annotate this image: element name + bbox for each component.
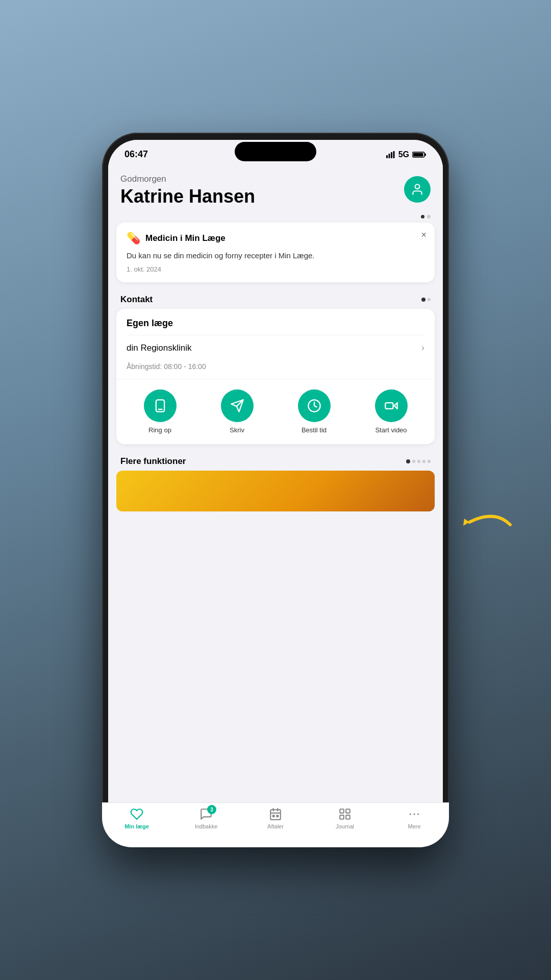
nav-item-aftaler[interactable]: Aftaler (258, 807, 293, 829)
nav-item-journal[interactable]: Journal (327, 807, 363, 829)
svg-point-7 (415, 184, 420, 189)
nav-item-indbakke[interactable]: 3 Indbakke (188, 807, 224, 829)
banner-icon: 💊 (127, 232, 140, 245)
phone-frame: 06:47 5G (102, 133, 449, 847)
preview-strip (116, 471, 435, 511)
nav-icon-aftaler (268, 807, 283, 821)
content-area: Godmorgen Katrine Hansen (108, 164, 443, 840)
battery-icon (412, 151, 427, 158)
contact-hours: Åbningstid: 08:00 - 16:00 (116, 360, 435, 379)
svg-rect-16 (273, 815, 274, 817)
svg-point-23 (413, 813, 415, 815)
more-dot-2 (412, 460, 415, 463)
more-section-header: Flere funktioner (108, 452, 443, 471)
ring-op-label: Ring op (148, 426, 171, 434)
video-circle (375, 389, 408, 422)
dot-2 (427, 215, 431, 218)
nav-label-indbakke: Indbakke (195, 823, 218, 829)
avatar-button[interactable] (404, 176, 431, 203)
heart-icon (130, 807, 143, 821)
action-buttons-row: Ring op Skriv (116, 379, 435, 444)
carousel-dots (108, 213, 443, 223)
bestil-tid-button[interactable]: Bestil tid (298, 389, 331, 434)
message-icon (230, 399, 244, 413)
skriv-circle (221, 389, 254, 422)
chevron-right-icon: › (421, 342, 424, 353)
dots-icon (408, 807, 421, 821)
svg-rect-20 (340, 815, 344, 819)
svg-rect-12 (270, 810, 281, 820)
more-dot-5 (428, 460, 431, 463)
nav-icon-journal (338, 807, 352, 821)
contact-dot-2 (428, 298, 431, 301)
svg-rect-17 (277, 815, 278, 817)
header: Godmorgen Katrine Hansen (108, 164, 443, 213)
more-section-dots (406, 459, 431, 463)
svg-rect-21 (346, 815, 350, 819)
bottom-nav: Min læge 3 Indbakke (108, 802, 443, 840)
more-dot-3 (417, 460, 420, 463)
contact-clinic-row[interactable]: din Regionsklinik › (116, 335, 435, 360)
contact-section-header: Kontakt (108, 290, 443, 309)
banner-body: Du kan nu se din medicin og forny recept… (127, 250, 424, 262)
dot-1 (421, 215, 424, 218)
svg-rect-11 (385, 403, 393, 409)
nav-icon-min-laege (130, 807, 144, 821)
nav-label-min-laege: Min læge (124, 823, 149, 829)
ring-op-button[interactable]: Ring op (144, 389, 177, 434)
contact-section-dots (421, 298, 431, 302)
nav-label-aftaler: Aftaler (267, 823, 284, 829)
contact-clinic-name: din Regionsklinik (127, 343, 192, 353)
phone-icon (153, 399, 167, 413)
svg-rect-8 (156, 400, 164, 411)
yellow-arrow-icon (454, 504, 515, 545)
banner-close-button[interactable]: × (421, 230, 427, 240)
nav-label-mere: Mere (408, 823, 420, 829)
video-label: Start video (375, 426, 407, 434)
skriv-button[interactable]: Skriv (221, 389, 254, 434)
more-dot-4 (422, 460, 425, 463)
svg-rect-5 (425, 153, 427, 156)
header-left: Godmorgen Katrine Hansen (120, 174, 255, 207)
greeting-text: Godmorgen (120, 174, 255, 184)
nav-item-mere[interactable]: Mere (396, 807, 432, 829)
start-video-button[interactable]: Start video (375, 389, 408, 434)
nav-icon-indbakke: 3 (199, 807, 213, 821)
status-icons: 5G (386, 150, 427, 159)
skriv-label: Skriv (230, 426, 244, 434)
banner-header: 💊 Medicin i Min Læge (127, 232, 424, 245)
contact-card: Egen læge din Regionsklinik › Åbningstid… (116, 309, 435, 444)
contact-dot-1 (421, 298, 425, 302)
contact-label: Egen læge (116, 309, 435, 335)
svg-rect-18 (340, 809, 344, 813)
more-section-title: Flere funktioner (120, 456, 186, 467)
signal-icon (386, 151, 395, 158)
more-dot-1 (406, 459, 410, 463)
svg-rect-19 (346, 809, 350, 813)
svg-rect-0 (386, 155, 388, 158)
clock-icon (307, 399, 321, 413)
user-name: Katrine Hansen (120, 186, 255, 207)
arrow-annotation (454, 504, 515, 547)
svg-marker-25 (463, 519, 469, 526)
svg-rect-6 (413, 153, 423, 156)
screen: 06:47 5G (108, 140, 443, 840)
svg-point-24 (417, 813, 419, 815)
indbakke-badge: 3 (207, 805, 216, 814)
grid-icon (338, 807, 352, 821)
svg-point-22 (410, 813, 411, 815)
nav-item-min-laege[interactable]: Min læge (119, 807, 155, 829)
ring-op-circle (144, 389, 177, 422)
svg-rect-1 (388, 154, 390, 158)
banner-date: 1. okt. 2024 (127, 265, 424, 273)
svg-rect-3 (393, 151, 394, 158)
calendar-icon (269, 807, 282, 821)
nav-icon-mere (407, 807, 421, 821)
status-time: 06:47 (124, 149, 148, 160)
network-label: 5G (398, 150, 409, 159)
video-icon (384, 399, 398, 413)
banner-card: 💊 Medicin i Min Læge × Du kan nu se din … (116, 223, 435, 283)
nav-label-journal: Journal (336, 823, 354, 829)
bestil-label: Bestil tid (302, 426, 327, 434)
bestil-circle (298, 389, 331, 422)
